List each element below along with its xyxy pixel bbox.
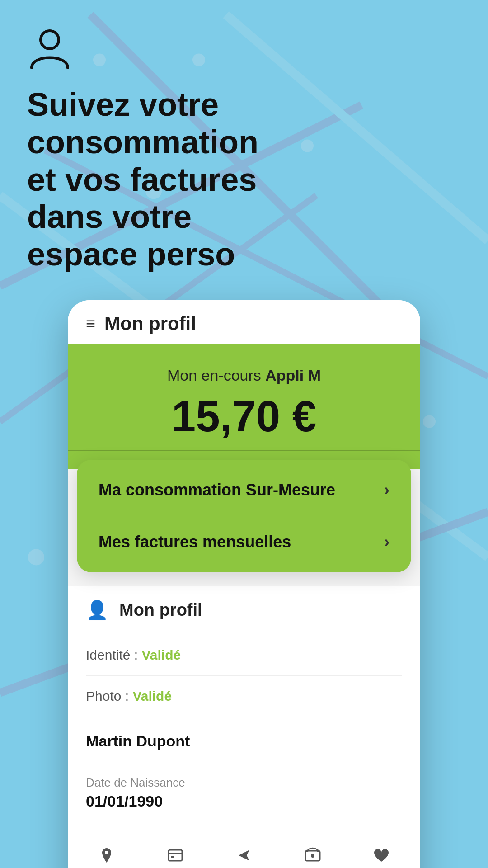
profile-name-value: Martin Dupont [86,732,402,750]
nav-item-horaires[interactable]: Horaires [278,846,347,868]
hamburger-icon[interactable]: ≡ [86,314,95,333]
profile-field-photo-label: Photo : Validé [86,689,402,704]
svg-rect-15 [169,850,182,861]
person-icon [27,27,72,72]
menu-item-factures[interactable]: Mes factures mensuelles › [77,516,411,568]
profile-field-identite-label: Identité : Validé [86,647,402,663]
svg-point-21 [306,849,309,852]
green-card-subtitle: Mon en-cours Appli M [86,367,402,384]
svg-point-22 [317,849,319,852]
services-icon [166,846,184,868]
phone-mockup: ≡ Mon profil Mon en-cours Appli M 15,70 … [68,300,420,868]
profile-person-icon: 👤 [86,599,108,621]
nav-item-cartes[interactable]: Cartes [72,846,141,868]
profile-birthdate-sublabel: Date de Naissance [86,776,402,790]
menu-item-factures-label: Mes factures mensuelles [99,533,291,552]
nav-item-services[interactable]: Services [141,846,210,868]
svg-point-20 [311,854,314,858]
floating-green-menu: Ma consommation Sur-Mesure › Mes facture… [77,460,411,572]
svg-marker-18 [239,850,249,861]
identite-status: Validé [141,647,181,662]
profile-field-name: Martin Dupont [86,717,402,763]
nav-item-favoris[interactable]: Favoris [347,846,416,868]
green-card: Mon en-cours Appli M 15,70 € [68,344,420,469]
menu-item-factures-chevron: › [384,533,389,552]
bottom-nav: Cartes Services [68,837,420,868]
svg-point-14 [41,31,59,49]
topbar-title: Mon profil [104,313,196,335]
cartes-icon [98,846,116,868]
photo-status: Validé [132,689,172,703]
profile-birthdate-value: 01/01/1990 [86,793,402,810]
profile-title: Mon profil [119,600,202,620]
profile-section: 👤 Mon profil Identité : Validé Photo : V… [68,586,420,837]
menu-item-consommation-chevron: › [384,481,389,500]
profile-field-birthdate: Date de Naissance 01/01/1990 [86,763,402,823]
itineraire-icon [235,846,253,868]
svg-rect-17 [171,856,174,858]
headline: Suivez votre consommation et vos facture… [27,86,334,273]
phone-topbar: ≡ Mon profil [68,300,420,344]
profile-header: 👤 Mon profil [86,599,402,630]
favoris-icon [372,846,390,868]
menu-item-consommation-label: Ma consommation Sur-Mesure [99,481,335,500]
nav-item-itineraire[interactable]: Itinéraire [210,846,278,868]
profile-field-identite: Identité : Validé [86,635,402,676]
green-card-amount: 15,70 € [86,392,402,441]
profile-field-photo: Photo : Validé [86,676,402,717]
menu-item-consommation[interactable]: Ma consommation Sur-Mesure › [77,464,411,516]
horaires-icon [304,846,322,868]
